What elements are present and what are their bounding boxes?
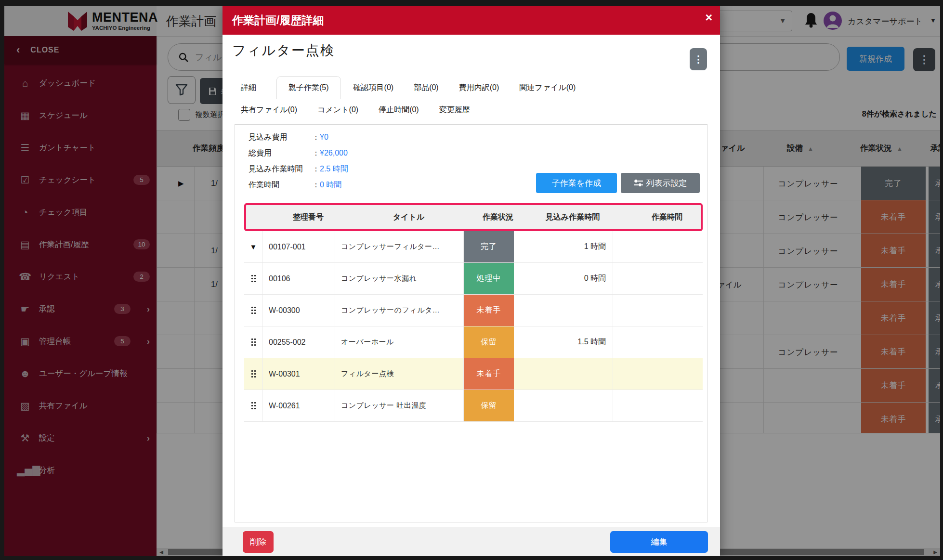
tab-費用内訳[interactable]: 費用内訳(0) [459,83,499,93]
estimated-time-value [514,295,613,326]
child-column-est-time: 見込み作業時間 [523,212,622,222]
child-work-row[interactable]: 00106コンプレッサー水漏れ処理中0 時間 [244,263,703,295]
estimated-time-value: 0 時間 [514,263,613,294]
work-id: W-00301 [263,358,335,390]
create-child-work-button[interactable]: 子作業を作成 [536,173,617,193]
work-title-text: コンプレッサー水漏れ [335,263,464,294]
child-column-status: 作業状況 [473,212,523,222]
estimated-time-value [514,358,613,390]
status-badge: 未着手 [464,358,514,390]
tab-共有ファイル[interactable]: 共有ファイル(0) [241,105,297,115]
modal-footer: 削除 編集 [223,527,720,556]
tab-部品[interactable]: 部品(0) [414,83,439,93]
tab-親子作業[interactable]: 親子作業(5) [276,76,341,99]
edit-button[interactable]: 編集 [610,531,708,553]
work-title-text: オーバーホール [335,326,464,358]
drag-handle-icon[interactable] [244,263,263,294]
drag-handle-icon[interactable] [244,390,263,421]
tab-変更履歴[interactable]: 変更履歴 [439,105,470,115]
modal-header-title: 作業計画/履歴詳細 [232,13,324,28]
work-title-text: コンプレッサー 吐出温度 [335,390,464,421]
child-work-row[interactable]: ▼00107-001コンプレッサーフィルター…完了1 時間 [244,231,703,263]
estimated-cost-value[interactable]: ¥0 [320,133,328,141]
child-column-id: 整理番号 [272,212,344,222]
child-work-row[interactable]: W-00261コンプレッサー 吐出温度保留 [244,390,703,422]
child-table-header: 整理番号 タイトル 作業状況 見込み作業時間 作業時間 [244,203,703,231]
summary-estimated-time: 見込み作業時間：2.5 時間 [249,164,348,177]
work-id: 00106 [263,263,335,294]
actual-time-value [613,295,703,326]
actual-time-value [613,231,703,262]
drag-handle-icon[interactable] [244,358,263,390]
status-badge: 保留 [464,326,514,358]
summary-total-cost: 総費用：¥26,000 [249,148,348,161]
status-badge: 未着手 [464,295,514,326]
estimated-time-value[interactable]: 2.5 時間 [320,165,348,173]
work-detail-modal: 作業計画/履歴詳細 × フィルター点検 ⋮ 詳細親子作業(5)確認項目(0)部品… [223,6,720,556]
collapse-caret-icon[interactable]: ▼ [244,231,263,262]
modal-kebab-menu-button[interactable]: ⋮ [690,48,707,70]
actual-time-value [613,358,703,390]
delete-button[interactable]: 削除 [243,531,274,553]
child-work-panel: 見込み費用：¥0 総費用：¥26,000 見込み作業時間：2.5 時間 作業時間… [235,124,707,522]
actual-time-value [613,326,703,358]
actual-time-value[interactable]: 0 時間 [320,181,341,189]
drag-handle-icon[interactable] [244,295,263,326]
work-title-text: コンプレッサーのフィルタ… [335,295,464,326]
close-icon[interactable]: × [705,12,712,24]
work-id: W-00261 [263,390,335,421]
estimated-time-value: 1 時間 [514,231,613,262]
total-cost-value[interactable]: ¥26,000 [320,149,348,157]
status-badge: 処理中 [464,263,514,294]
work-id: 00255-002 [263,326,335,358]
child-work-row[interactable]: W-00301フィルター点検未着手 [244,358,703,390]
modal-tabs-row2: 共有ファイル(0)コメント(0)停止時間(0)変更履歴 [241,105,490,115]
tab-関連ファイル[interactable]: 関連ファイル(0) [519,83,576,93]
actual-time-value [613,390,703,421]
status-badge: 完了 [464,231,514,262]
work-title-text: コンプレッサーフィルター… [335,231,464,262]
work-id: 00107-001 [263,231,335,262]
app-viewport: MENTENA YACHIYO Engineering 作業計画 ▼ カスタマー… [4,6,940,556]
summary-actual-time: 作業時間：0 時間 [249,180,341,193]
child-work-row[interactable]: W-00300コンプレッサーのフィルタ…未着手 [244,295,703,326]
tab-コメント[interactable]: コメント(0) [317,105,358,115]
drag-handle-icon[interactable] [244,326,263,358]
estimated-time-value [514,390,613,421]
work-id: W-00300 [263,295,335,326]
child-work-row[interactable]: 00255-002オーバーホール保留1.5 時間 [244,326,703,358]
sliders-icon [634,179,643,187]
work-title-text: フィルター点検 [335,358,464,390]
modal-tabs-row1: 詳細親子作業(5)確認項目(0)部品(0)費用内訳(0)関連ファイル(0) [241,76,596,99]
estimated-time-value: 1.5 時間 [514,326,613,358]
tab-確認項目[interactable]: 確認項目(0) [354,83,394,93]
work-title: フィルター点検 [232,41,335,60]
tab-詳細[interactable]: 詳細 [241,83,256,93]
modal-header: 作業計画/履歴詳細 × [223,6,720,35]
child-column-title: タイトル [344,212,473,222]
actual-time-value [613,263,703,294]
summary-estimated-cost: 見込み費用：¥0 [249,132,328,145]
status-badge: 保留 [464,390,514,421]
child-table-rows: ▼00107-001コンプレッサーフィルター…完了1 時間00106コンプレッサ… [244,231,703,422]
column-settings-button[interactable]: 列表示設定 [621,173,700,193]
tab-停止時間[interactable]: 停止時間(0) [379,105,419,115]
column-settings-label: 列表示設定 [646,178,687,189]
child-column-actual-time: 作業時間 [622,212,712,222]
